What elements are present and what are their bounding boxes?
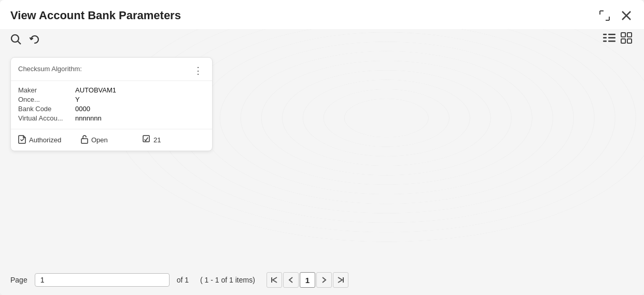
- page-of-label: of 1: [177, 276, 189, 284]
- main-window: View Account Bank Parameters: [0, 0, 644, 295]
- toolbar-left: [10, 34, 40, 45]
- window-header: View Account Bank Parameters: [0, 0, 644, 29]
- authorized-icon: [18, 135, 26, 145]
- refresh-icon: [29, 34, 40, 45]
- collapse-button[interactable]: [597, 8, 612, 23]
- svg-rect-8: [608, 34, 615, 35]
- toolbar-right: [601, 31, 634, 48]
- close-icon: [621, 10, 632, 21]
- card-body: Maker AUTOBVAM1 Once... Y Bank Code 0000…: [11, 81, 212, 129]
- collapse-icon: [599, 10, 610, 21]
- edit-count-label: 21: [153, 136, 161, 144]
- svg-rect-9: [608, 37, 615, 39]
- pagination-bar: Page of 1 ( 1 - 1 of 1 items) 1: [0, 265, 644, 295]
- nav-page-1-button[interactable]: 1: [300, 272, 315, 288]
- svg-rect-11: [603, 34, 607, 35]
- account-card: Checksum Algorithm: ⋮ Maker AUTOBVAM1 On…: [10, 57, 213, 151]
- field-once-value: Y: [75, 96, 80, 103]
- close-button[interactable]: [619, 8, 634, 23]
- search-icon: [10, 34, 22, 45]
- content-area: Checksum Algorithm: ⋮ Maker AUTOBVAM1 On…: [0, 52, 644, 265]
- field-maker: Maker AUTOBVAM1: [18, 86, 205, 94]
- field-once: Once... Y: [18, 96, 205, 103]
- window-title: View Account Bank Parameters: [10, 9, 181, 22]
- svg-line-7: [18, 42, 21, 45]
- field-virtualaccount: Virtual Accou... nnnnnnn: [18, 114, 205, 122]
- nav-next-button[interactable]: [316, 272, 332, 288]
- nav-first-button[interactable]: [267, 272, 282, 288]
- field-virtualaccount-value: nnnnnnn: [75, 114, 102, 122]
- nav-prev-button[interactable]: [283, 272, 299, 288]
- nav-next-icon: [320, 276, 328, 284]
- footer-authorized[interactable]: Authorized: [18, 135, 80, 145]
- field-maker-value: AUTOBVAM1: [75, 86, 116, 94]
- open-label: Open: [91, 136, 108, 144]
- page-input[interactable]: [35, 273, 170, 287]
- svg-rect-12: [603, 37, 607, 39]
- grid-view-button[interactable]: [619, 31, 634, 48]
- page-label: Page: [10, 276, 27, 284]
- search-button[interactable]: [10, 34, 22, 45]
- field-bankcode-value: 0000: [75, 105, 90, 113]
- svg-rect-18: [81, 139, 88, 143]
- open-icon: [80, 135, 89, 145]
- nav-last-icon: [337, 276, 344, 284]
- svg-rect-17: [627, 39, 632, 43]
- toolbar: [0, 29, 644, 52]
- svg-rect-14: [621, 33, 625, 37]
- nav-first-icon: [271, 276, 278, 284]
- footer-edit[interactable]: 21: [143, 135, 205, 145]
- card-header: Checksum Algorithm: ⋮: [11, 58, 212, 81]
- checksum-label: Checksum Algorithm:: [18, 65, 82, 73]
- field-once-label: Once...: [18, 96, 75, 103]
- card-footer: Authorized Open: [11, 129, 212, 151]
- svg-rect-10: [608, 41, 615, 42]
- refresh-button[interactable]: [29, 34, 40, 45]
- svg-rect-16: [621, 39, 625, 43]
- grid-view-icon: [620, 32, 633, 44]
- pagination-nav: 1: [267, 272, 348, 288]
- list-view-icon: [603, 32, 616, 44]
- field-bankcode: Bank Code 0000: [18, 105, 205, 113]
- nav-last-button[interactable]: [333, 272, 348, 288]
- list-view-button[interactable]: [601, 31, 617, 48]
- svg-rect-13: [603, 41, 607, 42]
- nav-prev-icon: [287, 276, 295, 284]
- field-bankcode-label: Bank Code: [18, 105, 75, 113]
- footer-open[interactable]: Open: [80, 135, 143, 145]
- svg-point-6: [11, 35, 19, 42]
- header-controls: [597, 8, 634, 23]
- authorized-label: Authorized: [29, 136, 61, 144]
- pagination-info: ( 1 - 1 of 1 items): [200, 276, 255, 284]
- field-virtualaccount-label: Virtual Accou...: [18, 114, 75, 122]
- edit-icon: [143, 135, 151, 145]
- svg-rect-15: [627, 33, 632, 37]
- card-menu-button[interactable]: ⋮: [191, 65, 205, 76]
- field-maker-label: Maker: [18, 86, 75, 94]
- svg-rect-19: [143, 136, 149, 142]
